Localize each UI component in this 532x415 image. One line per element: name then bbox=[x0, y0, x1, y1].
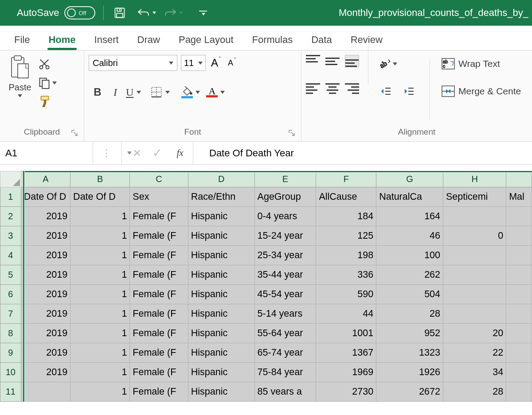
cell[interactable]: 262 bbox=[376, 265, 443, 285]
merge-center-button[interactable]: Merge & Cente bbox=[442, 82, 521, 100]
more-cell-options[interactable]: ⋮ bbox=[97, 144, 116, 162]
align-right-button[interactable] bbox=[345, 82, 359, 95]
cell[interactable] bbox=[506, 382, 532, 402]
cell[interactable] bbox=[506, 246, 532, 265]
column-header[interactable]: A bbox=[21, 171, 70, 187]
cell[interactable]: 336 bbox=[316, 265, 376, 285]
cancel-formula-button[interactable]: ✕ bbox=[127, 144, 147, 162]
row-header[interactable]: 2 bbox=[0, 207, 21, 226]
cell[interactable]: Hispanic bbox=[188, 324, 254, 343]
spreadsheet-grid[interactable]: ABCDEFGH 1Date Of DDate Of DSexRace/Ethn… bbox=[0, 171, 532, 402]
cell[interactable]: Date Of D bbox=[70, 187, 130, 207]
cell[interactable] bbox=[443, 265, 506, 285]
align-middle-button[interactable] bbox=[325, 55, 340, 67]
cell[interactable]: 952 bbox=[376, 324, 443, 343]
cell[interactable]: 1 bbox=[70, 226, 130, 246]
row-header[interactable]: 6 bbox=[0, 285, 21, 304]
cell[interactable] bbox=[506, 304, 532, 324]
cell[interactable]: 34 bbox=[443, 363, 506, 382]
tab-file[interactable]: File bbox=[6, 34, 38, 50]
cell[interactable]: Hispanic bbox=[188, 343, 254, 363]
format-painter-button[interactable] bbox=[38, 93, 57, 110]
cell[interactable]: Hispanic bbox=[188, 382, 254, 402]
column-header[interactable]: E bbox=[254, 171, 316, 187]
font-color-dropdown[interactable] bbox=[219, 83, 226, 101]
row-header[interactable]: 5 bbox=[0, 265, 21, 285]
cell[interactable]: Female (F bbox=[130, 324, 188, 343]
cell[interactable] bbox=[21, 382, 70, 402]
row-header[interactable]: 1 bbox=[0, 187, 21, 207]
cell[interactable]: Female (F bbox=[130, 265, 188, 285]
cell[interactable]: 1926 bbox=[376, 363, 443, 382]
cell[interactable]: 0-4 years bbox=[254, 207, 316, 226]
row-header[interactable]: 8 bbox=[0, 324, 21, 343]
align-bottom-button[interactable] bbox=[345, 55, 359, 67]
decrease-font-button[interactable]: Aˇ bbox=[226, 55, 238, 71]
cell[interactable]: 45-54 year bbox=[254, 285, 316, 304]
cell[interactable]: 0 bbox=[443, 226, 506, 246]
undo-dropdown[interactable] bbox=[153, 12, 156, 14]
fill-color-dropdown[interactable] bbox=[195, 83, 201, 101]
row-header[interactable]: 10 bbox=[0, 363, 21, 382]
enter-formula-button[interactable]: ✓ bbox=[148, 144, 167, 162]
column-header[interactable]: G bbox=[376, 171, 443, 187]
insert-function-button[interactable]: fx bbox=[168, 144, 188, 162]
cell[interactable] bbox=[443, 285, 506, 304]
undo-button[interactable] bbox=[136, 5, 152, 21]
increase-indent-button[interactable] bbox=[400, 82, 418, 100]
redo-button[interactable] bbox=[162, 5, 178, 21]
cell[interactable]: Mal bbox=[506, 187, 532, 207]
cell[interactable]: Female (F bbox=[130, 382, 188, 402]
cell[interactable]: 2019 bbox=[21, 363, 70, 382]
bold-button[interactable]: B bbox=[89, 83, 106, 101]
cell[interactable]: 100 bbox=[376, 246, 443, 265]
column-header[interactable]: B bbox=[70, 171, 130, 187]
formula-input[interactable] bbox=[201, 142, 532, 164]
cell[interactable]: 2019 bbox=[21, 265, 70, 285]
cell[interactable]: 15-24 year bbox=[254, 226, 316, 246]
cell[interactable]: 5-14 years bbox=[254, 304, 316, 324]
increase-font-button[interactable]: Aˆ bbox=[209, 55, 223, 71]
column-header[interactable]: C bbox=[130, 171, 188, 187]
cell[interactable]: 2019 bbox=[21, 304, 70, 324]
cell[interactable]: Septicemi bbox=[443, 187, 506, 207]
cell[interactable]: 1367 bbox=[316, 343, 376, 363]
column-header[interactable]: D bbox=[188, 171, 254, 187]
cell[interactable]: Female (F bbox=[130, 304, 188, 324]
column-header[interactable]: F bbox=[316, 171, 376, 187]
font-size-selector[interactable]: 11 bbox=[181, 55, 206, 71]
redo-dropdown[interactable] bbox=[179, 12, 183, 14]
fill-color-button[interactable] bbox=[180, 83, 195, 101]
cell[interactable]: 1 bbox=[70, 207, 130, 226]
cell[interactable]: 198 bbox=[316, 246, 376, 265]
row-header[interactable]: 11 bbox=[0, 382, 21, 402]
cell[interactable]: 22 bbox=[443, 343, 506, 363]
tab-data[interactable]: Data bbox=[303, 34, 340, 50]
cell[interactable]: Hispanic bbox=[188, 207, 254, 226]
cell[interactable]: 1 bbox=[70, 343, 130, 363]
tab-review[interactable]: Review bbox=[343, 34, 391, 50]
cell[interactable]: 46 bbox=[376, 226, 443, 246]
cell[interactable]: 2019 bbox=[21, 226, 70, 246]
tab-page-layout[interactable]: Page Layout bbox=[171, 34, 242, 50]
decrease-indent-button[interactable] bbox=[377, 82, 395, 100]
font-name-selector[interactable]: Calibri bbox=[89, 55, 177, 71]
cell[interactable]: Hispanic bbox=[188, 363, 254, 382]
cell[interactable] bbox=[506, 363, 532, 382]
cell[interactable]: Female (F bbox=[130, 226, 188, 246]
cell[interactable]: 1 bbox=[70, 285, 130, 304]
cell[interactable]: 2019 bbox=[21, 343, 70, 363]
row-header[interactable]: 3 bbox=[0, 226, 21, 246]
row-header[interactable]: 9 bbox=[0, 343, 21, 363]
cell[interactable] bbox=[506, 207, 532, 226]
cut-button[interactable] bbox=[38, 56, 57, 73]
cell[interactable]: 35-44 year bbox=[254, 265, 316, 285]
cell[interactable] bbox=[506, 226, 532, 246]
cell[interactable]: AllCause bbox=[316, 187, 376, 207]
cell[interactable] bbox=[443, 246, 506, 265]
tab-insert[interactable]: Insert bbox=[86, 34, 127, 50]
italic-button[interactable]: I bbox=[106, 83, 124, 101]
font-color-button[interactable]: A bbox=[204, 83, 219, 101]
align-top-button[interactable] bbox=[306, 55, 320, 67]
cell[interactable]: 2672 bbox=[376, 382, 443, 402]
